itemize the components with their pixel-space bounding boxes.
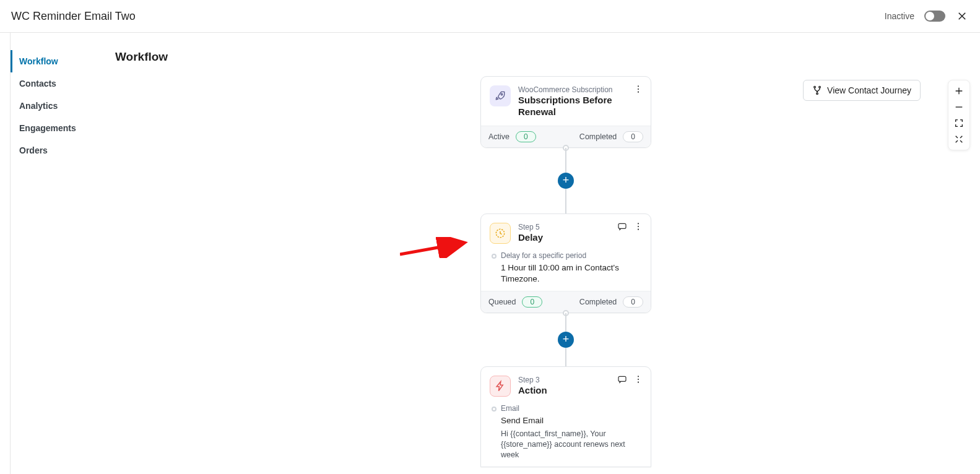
sidebar-item-analytics[interactable]: Analytics bbox=[11, 95, 115, 117]
content-area: Workflow Contacts Analytics Engagements … bbox=[0, 33, 980, 474]
page-title: WC Reminder Email Two bbox=[11, 10, 136, 23]
completed-count[interactable]: 0 bbox=[623, 131, 643, 142]
svg-point-12 bbox=[638, 228, 639, 230]
completed-count[interactable]: 0 bbox=[623, 296, 643, 308]
workflow-canvas[interactable]: WooCommerce Subscription Subscriptions B… bbox=[115, 33, 980, 474]
more-icon[interactable] bbox=[633, 84, 643, 94]
trigger-category: WooCommerce Subscription bbox=[518, 85, 642, 94]
app-header: WC Reminder Email Two Inactive bbox=[0, 0, 980, 33]
action-sub-title: Send Email bbox=[501, 415, 642, 426]
workflow-flow: WooCommerce Subscription Subscriptions B… bbox=[480, 76, 651, 467]
sidebar: Workflow Contacts Analytics Engagements … bbox=[10, 33, 115, 474]
delay-node[interactable]: Step 5 Delay Delay for a specific pe bbox=[480, 213, 651, 313]
close-button[interactable] bbox=[955, 9, 969, 23]
sidebar-item-orders[interactable]: Orders bbox=[11, 139, 115, 162]
connector: + bbox=[480, 313, 651, 366]
sidebar-item-contacts[interactable]: Contacts bbox=[11, 72, 115, 95]
active-count[interactable]: 0 bbox=[516, 131, 536, 142]
status-label: Inactive bbox=[885, 11, 914, 21]
queued-label: Queued bbox=[488, 298, 516, 306]
active-label: Active bbox=[488, 132, 510, 141]
svg-rect-9 bbox=[618, 223, 626, 228]
svg-point-16 bbox=[638, 382, 639, 383]
main-panel: Workflow View Contact Journey bbox=[115, 33, 980, 474]
status-toggle[interactable] bbox=[924, 11, 945, 22]
add-step-button[interactable]: + bbox=[558, 332, 574, 348]
comment-icon[interactable] bbox=[617, 374, 627, 384]
sidebar-item-engagements[interactable]: Engagements bbox=[11, 117, 115, 139]
svg-point-15 bbox=[638, 379, 639, 380]
trigger-node[interactable]: WooCommerce Subscription Subscriptions B… bbox=[480, 76, 651, 148]
svg-point-5 bbox=[638, 85, 639, 87]
completed-label: Completed bbox=[579, 298, 617, 306]
action-node[interactable]: Step 3 Action Email bbox=[480, 366, 651, 467]
trigger-title: Subscriptions Before Renewal bbox=[518, 95, 642, 118]
svg-point-14 bbox=[638, 376, 639, 377]
timeline-dot bbox=[492, 407, 497, 412]
action-sub-desc: Hi {{contact_first_name}}, Your {{store_… bbox=[501, 429, 642, 460]
delay-sub-title: 1 Hour till 10:00 am in Contact's Timezo… bbox=[501, 262, 642, 285]
bolt-icon bbox=[490, 376, 511, 397]
svg-point-4 bbox=[501, 93, 503, 95]
delay-title: Delay bbox=[518, 232, 642, 244]
queued-count[interactable]: 0 bbox=[522, 296, 542, 308]
header-actions: Inactive bbox=[885, 9, 969, 23]
action-sub-category: Email bbox=[501, 404, 642, 413]
more-icon[interactable] bbox=[633, 222, 643, 231]
add-step-button[interactable]: + bbox=[558, 173, 574, 189]
delay-stats: Queued 0 Completed 0 bbox=[481, 291, 651, 312]
sidebar-item-workflow[interactable]: Workflow bbox=[11, 50, 115, 72]
close-icon bbox=[956, 11, 968, 22]
svg-point-11 bbox=[638, 225, 639, 226]
delay-sub-category: Delay for a specific period bbox=[501, 251, 642, 260]
svg-rect-13 bbox=[618, 376, 626, 381]
connector: + bbox=[480, 148, 651, 213]
clock-icon bbox=[490, 223, 511, 244]
timeline-dot bbox=[492, 254, 497, 259]
svg-point-10 bbox=[638, 223, 639, 224]
comment-icon[interactable] bbox=[617, 222, 627, 231]
trigger-stats: Active 0 Completed 0 bbox=[481, 126, 651, 147]
svg-point-7 bbox=[638, 92, 639, 93]
svg-point-6 bbox=[638, 88, 639, 90]
completed-label: Completed bbox=[579, 132, 617, 141]
rocket-icon bbox=[490, 85, 511, 106]
action-title: Action bbox=[518, 385, 642, 397]
more-icon[interactable] bbox=[633, 374, 643, 384]
